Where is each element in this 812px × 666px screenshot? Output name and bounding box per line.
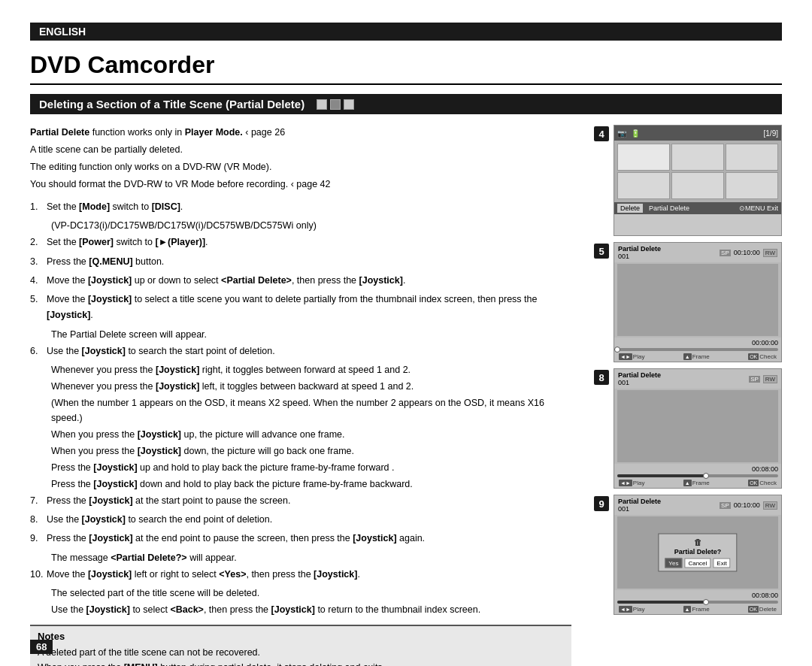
progress-bar-9 [617,601,778,604]
menu-delete: Delete [617,204,643,213]
device-screen-4: 📷 🔋 [1/9] Delete [614,125,782,236]
intro-line3: The editing function only works on a DVD… [30,159,571,174]
playback-controls-5: ◄► Play ▲ Frame OK Check [617,353,778,360]
rw-badge-9: RW [763,501,777,510]
confirm-cancel[interactable]: Cancel [684,559,710,568]
step-6-sub5: When you press the [Joystick] down, the … [30,443,571,459]
step-8: 8. Use the [Joystick] to search the end … [30,512,571,528]
thumb-cell-2 [671,144,724,171]
device-screen-5: Partial Delete 001 SP 00:10:00 RW 00:0 [614,242,782,362]
step-6-sub3: (When the number 1 appears on the OSD, i… [30,395,571,425]
progress-marker-9 [703,599,709,605]
notes-content: A deleted part of the title scene can no… [38,645,564,666]
playback-top-8: Partial Delete 001 SP RW [614,369,781,389]
time-display-8: 00:08:00 [617,465,778,473]
playback-screen-9: Partial Delete 001 SP 00:10:00 RW [614,495,781,614]
note-line1: A deleted part of the title scene can no… [38,645,564,660]
step-7: 7. Press the [Joystick] at the start poi… [30,493,571,509]
ctrl-check-8: OK Check [748,480,777,486]
steps-list: 1. Set the [Mode] switch to [DISC]. (VP-… [30,199,571,617]
step-circle-4: 4 [594,126,609,141]
step-circle-8: 8 [594,370,609,385]
playback-top-9: Partial Delete 001 SP 00:10:00 RW [614,495,781,515]
playback-info-9: SP 00:10:00 RW [720,498,777,513]
content-area: Partial Delete function works only in Pl… [30,125,782,666]
intro-line4: You should format the DVD-RW to VR Mode … [30,177,571,192]
step-6-sub7: Press the [Joystick] down and hold to pl… [30,477,571,492]
battery-icon: 🔋 [631,129,640,138]
playback-bottom-9: 00:08:00 ◄► Play ▲ Frame OK Delete [614,590,781,614]
page-number: 68 [30,640,53,654]
step-9: 9. Press the [Joystick] at the end point… [30,531,571,546]
step-10: 10. Move the [Joystick] left or right to… [30,567,571,583]
device-screen-8: Partial Delete 001 SP RW 00:08:00 [614,368,782,489]
playback-info-8: SP RW [749,371,777,386]
playback-main-9: 🗑 Partial Delete? Yes Cancel Exit [617,516,778,589]
confirm-exit[interactable]: Exit [713,559,730,568]
ctrl-frame-9: ▲ Frame [683,606,710,613]
screen-block-9: 9 Partial Delete 001 SP 00:10:00 RW [594,495,782,615]
time-display-5: 00:00:00 [617,339,778,347]
progress-bar-8 [617,474,778,477]
ctrl-play-5: ◄► Play [619,353,644,360]
playback-screen-8: Partial Delete 001 SP RW 00:08:00 [614,369,781,488]
section-header: Deleting a Section of a Title Scene (Par… [30,94,782,114]
ctrl-frame-8: ▲ Frame [683,480,710,486]
playback-info-5: SP 00:10:00 RW [720,245,777,260]
checkmarks [317,99,354,110]
confirm-icon: 🗑 [665,537,730,546]
screen-block-5: 5 Partial Delete 001 SP 00:10:00 RW [594,242,782,362]
step-1: 1. Set the [Mode] switch to [DISC]. [30,199,571,215]
notes-box: Notes A deleted part of the title scene … [30,625,571,666]
intro-line2: A title scene can be partially deleted. [30,142,571,157]
ctrl-play-8: ◄► Play [619,480,644,486]
menu-partial-delete: Partial Delete [646,204,692,213]
menu-nav: ⊙MENU Exit [739,204,778,212]
playback-main-5 [617,264,778,336]
step-circle-9: 9 [594,496,609,511]
step-6-sub6: Press the [Joystick] up and hold to play… [30,460,571,475]
ctrl-play-9: ◄► Play [619,606,644,613]
step-6-sub1: Whenever you press the [Joystick] right,… [30,362,571,377]
screen-block-4: 4 📷 🔋 [1/9] [594,125,782,236]
step-10-sub2: Use the [Joystick] to select <Back>, the… [30,602,571,617]
playback-screen-5: Partial Delete 001 SP 00:10:00 RW 00:0 [614,243,781,362]
device-screen-9: Partial Delete 001 SP 00:10:00 RW [614,495,782,615]
step-4: 4. Move the [Joystick] up or down to sel… [30,273,571,289]
step-circle-5: 5 [594,244,609,259]
left-column: Partial Delete function works only in Pl… [30,125,579,666]
step-10-sub1: The selected part of the title scene wil… [30,586,571,601]
playback-controls-8: ◄► Play ▲ Frame OK Check [617,480,778,486]
playback-bottom-5: 00:00:00 ◄► Play ▲ Frame OK Check [614,338,781,362]
progress-marker-8 [703,473,709,479]
confirm-title: Partial Delete? [665,548,730,556]
step-2: 2. Set the [Power] switch to [►(Player)]… [30,235,571,250]
thumb-cell-5 [671,172,724,199]
page-indicator: [1/9] [764,129,778,138]
playback-top-5: Partial Delete 001 SP 00:10:00 RW [614,243,781,262]
time-display-9: 00:08:00 [617,592,778,599]
playback-bottom-8: 00:08:00 ◄► Play ▲ Frame OK Check [614,464,781,488]
thumb-cell-3 [726,144,778,171]
progress-marker-5 [614,347,620,353]
main-title: DVD Camcorder [30,51,782,85]
playback-controls-9: ◄► Play ▲ Frame OK Delete [617,606,778,613]
step-5: 5. Move the [Joystick] to select a title… [30,292,571,324]
ctrl-delete-9: OK Delete [748,606,777,613]
thumb-cell-4 [617,172,670,199]
playback-label-5: Partial Delete 001 [618,245,661,260]
intro-block: Partial Delete function works only in Pl… [30,125,571,192]
thumb-cell-1 [617,144,670,171]
screen4-top-icons: 📷 🔋 [617,129,640,138]
confirm-overlay: 🗑 Partial Delete? Yes Cancel Exit [658,534,737,572]
ctrl-frame-5: ▲ Frame [683,353,710,360]
check2 [330,99,341,110]
playback-label-9: Partial Delete 001 [618,498,661,513]
progress-bar-5 [617,348,778,351]
thumb-grid [614,141,781,202]
playback-label-8: Partial Delete 001 [618,371,661,386]
progress-fill-8 [617,474,706,477]
screen4-menu: Delete Partial Delete ⊙MENU Exit [614,202,781,214]
confirm-yes[interactable]: Yes [665,559,682,568]
ctrl-check-5: OK Check [748,353,777,360]
